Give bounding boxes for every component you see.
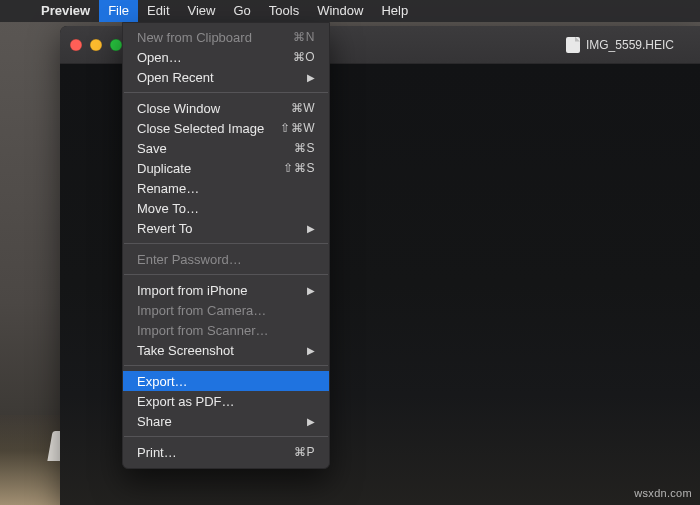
menubar-item-go[interactable]: Go xyxy=(224,0,259,22)
minimize-window-button[interactable] xyxy=(90,39,102,51)
menu-item-export[interactable]: Export… xyxy=(123,371,329,391)
close-window-button[interactable] xyxy=(70,39,82,51)
menu-item-take-screenshot[interactable]: Take Screenshot▶ xyxy=(123,340,329,360)
menu-item-label: Revert To xyxy=(137,221,307,236)
file-menu-dropdown: New from Clipboard⌘NOpen…⌘OOpen Recent▶C… xyxy=(122,22,330,469)
menu-separator xyxy=(124,436,328,437)
menu-item-export-as-pdf[interactable]: Export as PDF… xyxy=(123,391,329,411)
menu-item-save[interactable]: Save⌘S xyxy=(123,138,329,158)
menu-item-close-window[interactable]: Close Window⌘W xyxy=(123,98,329,118)
menu-item-label: Close Selected Image xyxy=(137,121,280,136)
menubar: Preview FileEditViewGoToolsWindowHelp xyxy=(0,0,700,22)
menu-item-shortcut: ⌘O xyxy=(293,50,315,64)
menu-item-label: Import from Scanner… xyxy=(137,323,315,338)
document-title[interactable]: IMG_5559.HEIC xyxy=(566,37,674,53)
desktop: ˅ IMG_5559.HEIC Preview FileEditViewGoTo… xyxy=(0,0,700,505)
menubar-item-file[interactable]: File xyxy=(99,0,138,22)
menu-item-shortcut: ⌘P xyxy=(294,445,315,459)
menu-item-move-to[interactable]: Move To… xyxy=(123,198,329,218)
menu-item-open[interactable]: Open…⌘O xyxy=(123,47,329,67)
submenu-arrow-icon: ▶ xyxy=(307,345,315,356)
watermark: wsxdn.com xyxy=(634,487,692,499)
menu-item-shortcut: ⇧⌘S xyxy=(283,161,315,175)
submenu-arrow-icon: ▶ xyxy=(307,416,315,427)
menu-item-label: Export as PDF… xyxy=(137,394,315,409)
menu-item-duplicate[interactable]: Duplicate⇧⌘S xyxy=(123,158,329,178)
menu-item-label: Export… xyxy=(137,374,315,389)
menu-item-label: Import from iPhone xyxy=(137,283,307,298)
menu-item-rename[interactable]: Rename… xyxy=(123,178,329,198)
menu-item-import-from-scanner: Import from Scanner… xyxy=(123,320,329,340)
menu-separator xyxy=(124,274,328,275)
menu-item-label: Share xyxy=(137,414,307,429)
menu-item-label: Print… xyxy=(137,445,294,460)
menu-separator xyxy=(124,92,328,93)
menu-item-label: Take Screenshot xyxy=(137,343,307,358)
menu-item-shortcut: ⌘W xyxy=(291,101,315,115)
menubar-item-tools[interactable]: Tools xyxy=(260,0,308,22)
menu-item-label: Save xyxy=(137,141,294,156)
menu-separator xyxy=(124,365,328,366)
menu-item-label: Move To… xyxy=(137,201,315,216)
document-name-label: IMG_5559.HEIC xyxy=(586,38,674,52)
menu-item-shortcut: ⇧⌘W xyxy=(280,121,315,135)
menubar-item-help[interactable]: Help xyxy=(372,0,417,22)
menu-item-new-from-clipboard: New from Clipboard⌘N xyxy=(123,27,329,47)
menubar-item-edit[interactable]: Edit xyxy=(138,0,178,22)
menu-item-share[interactable]: Share▶ xyxy=(123,411,329,431)
menubar-item-window[interactable]: Window xyxy=(308,0,372,22)
submenu-arrow-icon: ▶ xyxy=(307,223,315,234)
menubar-item-view[interactable]: View xyxy=(179,0,225,22)
submenu-arrow-icon: ▶ xyxy=(307,285,315,296)
menu-item-revert-to[interactable]: Revert To▶ xyxy=(123,218,329,238)
document-icon xyxy=(566,37,580,53)
menu-item-label: Rename… xyxy=(137,181,315,196)
menu-item-open-recent[interactable]: Open Recent▶ xyxy=(123,67,329,87)
menu-item-label: Close Window xyxy=(137,101,291,116)
zoom-window-button[interactable] xyxy=(110,39,122,51)
menu-item-close-selected-image[interactable]: Close Selected Image⇧⌘W xyxy=(123,118,329,138)
menu-item-label: New from Clipboard xyxy=(137,30,293,45)
menu-item-label: Open Recent xyxy=(137,70,307,85)
window-controls xyxy=(70,39,122,51)
menubar-app-name[interactable]: Preview xyxy=(32,0,99,22)
menu-item-label: Duplicate xyxy=(137,161,283,176)
menu-item-label: Enter Password… xyxy=(137,252,315,267)
menu-item-import-from-camera: Import from Camera… xyxy=(123,300,329,320)
menu-item-print[interactable]: Print…⌘P xyxy=(123,442,329,462)
submenu-arrow-icon: ▶ xyxy=(307,72,315,83)
menu-item-label: Open… xyxy=(137,50,293,65)
menu-item-enter-password: Enter Password… xyxy=(123,249,329,269)
menu-item-import-from-iphone[interactable]: Import from iPhone▶ xyxy=(123,280,329,300)
menu-separator xyxy=(124,243,328,244)
menu-item-shortcut: ⌘N xyxy=(293,30,315,44)
menu-item-shortcut: ⌘S xyxy=(294,141,315,155)
menu-item-label: Import from Camera… xyxy=(137,303,315,318)
